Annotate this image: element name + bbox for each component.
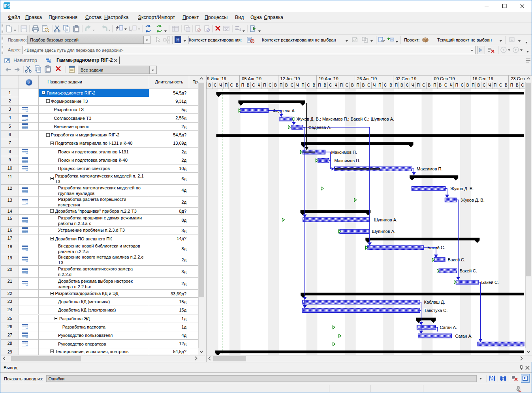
svg-text:Бакей С.: Бакей С. — [447, 257, 465, 262]
svg-text:Саган А.: Саган А. — [455, 333, 472, 338]
svg-text:Жуков Д. В.; Максимов П.; Баке: Жуков Д. В.; Максимов П.; Бакей С.; Шупи… — [296, 117, 394, 121]
svg-text:Максимов П.: Максимов П. — [331, 149, 357, 154]
svg-text:Максимов П.: Максимов П. — [334, 158, 360, 162]
svg-text:Саган А.: Саган А. — [440, 325, 457, 329]
svg-text:Жуков Д. В.: Жуков Д. В. — [461, 197, 484, 202]
svg-text:Шупилов А.: Шупилов А. — [372, 229, 395, 234]
svg-text:Жуков Д. В.: Жуков Д. В. — [450, 186, 474, 191]
svg-text:Тавстуха С.: Тавстуха С. — [424, 308, 447, 313]
svg-text:Максимов П.: Максимов П. — [417, 166, 443, 171]
svg-text:IPS: IPS — [4, 4, 10, 8]
svg-text:Бакей С.: Бакей С. — [459, 268, 477, 273]
svg-text:Бакей С.: Бакей С. — [481, 280, 499, 284]
svg-text:Каблаш Д.: Каблаш Д. — [424, 300, 445, 304]
svg-text:Шупилов А.: Шупилов А. — [374, 217, 397, 222]
